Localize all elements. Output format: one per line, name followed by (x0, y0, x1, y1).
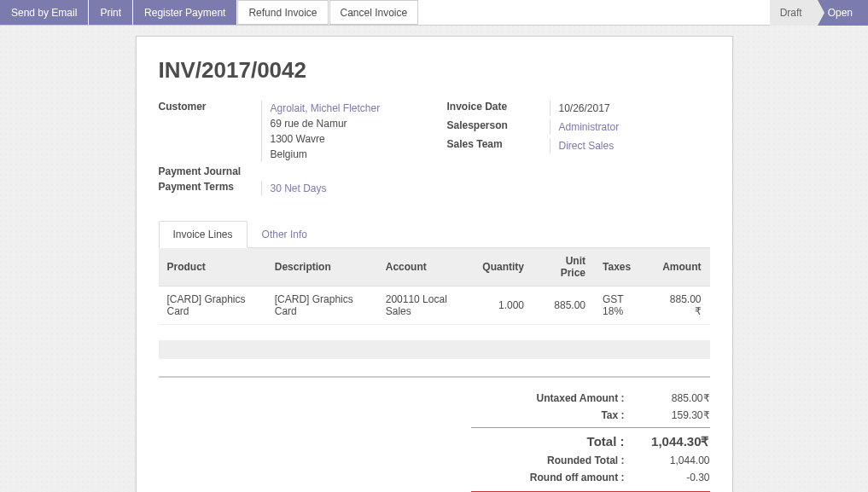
tab-other-info[interactable]: Other Info (248, 221, 322, 248)
cell-taxes: GST 18% (594, 287, 652, 325)
payment-terms-link[interactable]: 30 Net Days (271, 182, 327, 194)
sales-team-label: Sales Team (447, 138, 550, 150)
tax-label: Tax : (471, 409, 625, 421)
total-value: 1,044.30₹ (642, 434, 710, 449)
send-email-button[interactable]: Send by Email (0, 0, 88, 25)
cell-quantity: 1.000 (474, 287, 533, 325)
totals-divider (159, 376, 710, 378)
refund-invoice-button[interactable]: Refund Invoice (237, 0, 328, 25)
total-label: Total : (471, 434, 625, 449)
col-amount: Amount (652, 248, 710, 287)
table-row[interactable]: [CARD] Graphics Card [CARD] Graphics Car… (159, 287, 710, 325)
col-taxes: Taxes (594, 248, 652, 287)
status-draft[interactable]: Draft (770, 0, 818, 26)
invoice-sheet: INV/2017/0042 Customer Agrolait, Michel … (136, 36, 733, 492)
cell-description: [CARD] Graphics Card (266, 287, 377, 325)
totals-block: Untaxed Amount : 885.00₹ Tax : 159.30₹ T… (471, 390, 710, 492)
tax-value: 159.30₹ (642, 409, 710, 421)
col-quantity: Quantity (474, 248, 533, 287)
status-bar: Draft Open (770, 0, 868, 26)
action-toolbar: Send by Email Print Register Payment Ref… (0, 0, 868, 26)
sales-team-link[interactable]: Direct Sales (559, 140, 615, 152)
customer-name-link[interactable]: Agrolait, Michel Fletcher (271, 102, 381, 114)
tabs: Invoice Lines Other Info (159, 220, 710, 248)
payment-journal-label: Payment Journal (159, 165, 261, 177)
customer-address-line1: 69 rue de Namur (271, 118, 347, 130)
salesperson-label: Salesperson (447, 119, 550, 131)
untaxed-value: 885.00₹ (642, 392, 710, 404)
round-off-label: Round off amount : (471, 472, 625, 483)
cell-account: 200110 Local Sales (377, 287, 475, 325)
customer-country: Belgium (271, 148, 307, 160)
cell-product: [CARD] Graphics Card (159, 287, 266, 325)
col-account: Account (377, 248, 475, 287)
register-payment-button[interactable]: Register Payment (133, 0, 236, 25)
customer-address-line2: 1300 Wavre (271, 133, 325, 145)
cell-unit-price: 885.00 (533, 287, 594, 325)
untaxed-label: Untaxed Amount : (471, 392, 625, 404)
rounded-total-value: 1,044.00 (642, 454, 710, 466)
print-button[interactable]: Print (89, 0, 132, 25)
separator-bar (159, 340, 710, 359)
customer-label: Customer (159, 101, 261, 113)
col-description: Description (266, 248, 377, 287)
tab-invoice-lines[interactable]: Invoice Lines (159, 221, 248, 248)
round-off-value: -0.30 (642, 472, 710, 483)
invoice-date-value: 10/26/2017 (550, 101, 710, 116)
payment-terms-label: Payment Terms (159, 181, 261, 193)
col-product: Product (159, 248, 266, 287)
cancel-invoice-button[interactable]: Cancel Invoice (329, 0, 419, 25)
status-open[interactable]: Open (818, 0, 868, 26)
col-unit-price: Unit Price (533, 248, 594, 287)
invoice-date-label: Invoice Date (447, 101, 550, 113)
invoice-lines-table: Product Description Account Quantity Uni… (159, 248, 710, 325)
cell-amount: 885.00 ₹ (652, 287, 710, 325)
salesperson-link[interactable]: Administrator (559, 121, 620, 133)
invoice-number: INV/2017/0042 (159, 57, 710, 84)
rounded-total-label: Rounded Total : (471, 454, 625, 466)
